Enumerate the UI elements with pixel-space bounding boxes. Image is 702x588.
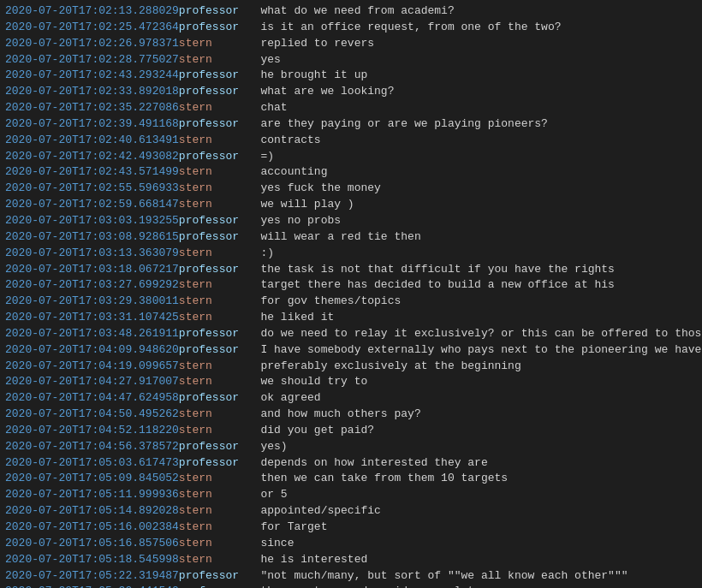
timestamp: 2020-07-20T17:03:18.067217 [5,262,179,278]
table-row: 2020-07-20T17:05:18.545998stern he is in… [5,552,697,568]
message-text: :) [247,246,697,262]
message-text: yes) [247,439,697,455]
message-text: they want around covid now a lot [247,584,697,588]
table-row: 2020-07-20T17:05:30.441540professor they… [5,584,697,588]
timestamp: 2020-07-20T17:03:27.699292 [5,277,179,294]
table-row: 2020-07-20T17:02:13.288029professor what… [5,3,697,20]
timestamp: 2020-07-20T17:05:03.617473 [5,455,179,472]
message-text: since [247,536,697,552]
message-text: then we can take from them 10 targets [247,471,697,487]
sender: professor [179,568,247,585]
sender: stern [179,407,247,423]
message-text: yes fuck the money [247,181,697,197]
timestamp: 2020-07-20T17:04:19.099657 [5,359,179,375]
message-text: contracts [247,133,697,149]
table-row: 2020-07-20T17:05:14.892028stern appointe… [5,503,697,520]
sender: professor [179,20,247,36]
sender: professor [179,584,247,588]
sender: professor [179,229,247,246]
message-text: will wear a red tie then [247,229,697,246]
timestamp: 2020-07-20T17:02:26.978371 [5,36,179,52]
table-row: 2020-07-20T17:05:22.319487professor "not… [5,568,697,585]
table-row: 2020-07-20T17:04:52.118220stern did you … [5,423,697,439]
message-text: the task is not that difficult if you ha… [247,262,697,278]
sender: stern [179,197,247,213]
sender: stern [179,246,247,262]
sender: stern [179,52,247,68]
sender: professor [179,116,247,133]
sender: professor [179,68,247,84]
table-row: 2020-07-20T17:02:35.227086stern chat [5,100,697,116]
timestamp: 2020-07-20T17:03:29.380011 [5,294,179,310]
sender: stern [179,503,247,520]
message-text: he brought it up [247,68,697,84]
message-text: target there has decided to build a new … [247,277,697,294]
timestamp: 2020-07-20T17:05:30.441540 [5,584,179,588]
sender: stern [179,536,247,552]
sender: professor [179,84,247,100]
sender: stern [179,181,247,197]
table-row: 2020-07-20T17:05:09.845052stern then we … [5,471,697,487]
message-text: we should try to [247,374,697,390]
timestamp: 2020-07-20T17:03:13.363079 [5,246,179,262]
sender: professor [179,213,247,229]
timestamp: 2020-07-20T17:02:33.892018 [5,84,179,100]
timestamp: 2020-07-20T17:02:43.293244 [5,68,179,84]
table-row: 2020-07-20T17:02:43.293244professor he b… [5,68,697,84]
sender: stern [179,133,247,149]
table-row: 2020-07-20T17:02:39.491168professor are … [5,116,697,133]
sender: stern [179,520,247,536]
sender: stern [179,100,247,116]
sender: professor [179,326,247,342]
message-text: for gov themes/topics [247,294,697,310]
timestamp: 2020-07-20T17:05:22.319487 [5,568,179,585]
table-row: 2020-07-20T17:05:03.617473professor depe… [5,455,697,472]
timestamp: 2020-07-20T17:02:35.227086 [5,100,179,116]
message-text: depends on how interested they are [247,455,697,472]
message-text: replied to revers [247,36,697,52]
timestamp: 2020-07-20T17:03:31.107425 [5,310,179,326]
timestamp: 2020-07-20T17:02:39.491168 [5,116,179,133]
message-text: what are we looking? [247,84,697,100]
table-row: 2020-07-20T17:02:33.892018professor what… [5,84,697,100]
sender: stern [179,487,247,503]
table-row: 2020-07-20T17:02:55.596933stern yes fuck… [5,181,697,197]
timestamp: 2020-07-20T17:04:52.118220 [5,423,179,439]
message-text: did you get paid? [247,423,697,439]
message-text: do we need to relay it exclusively? or t… [247,326,702,342]
table-row: 2020-07-20T17:03:18.067217professor the … [5,262,697,278]
table-row: 2020-07-20T17:02:42.493082professor =) [5,149,697,165]
timestamp: 2020-07-20T17:02:28.775027 [5,52,179,68]
message-text: chat [247,100,697,116]
table-row: 2020-07-20T17:04:09.948620professor I ha… [5,342,697,359]
sender: stern [179,359,247,375]
message-text: what do we need from academi? [247,3,697,20]
sender: professor [179,262,247,278]
log-container: 2020-07-20T17:02:13.288029professor what… [5,3,697,588]
table-row: 2020-07-20T17:02:40.613491stern contract… [5,133,697,149]
timestamp: 2020-07-20T17:04:50.495262 [5,407,179,423]
table-row: 2020-07-20T17:03:13.363079stern :) [5,246,697,262]
table-row: 2020-07-20T17:02:25.472364professor is i… [5,20,697,36]
timestamp: 2020-07-20T17:02:59.668147 [5,197,179,213]
message-text: are they paying or are we playing pionee… [247,116,697,133]
table-row: 2020-07-20T17:05:16.002384stern for Targ… [5,520,697,536]
sender: stern [179,36,247,52]
sender: stern [179,423,247,439]
timestamp: 2020-07-20T17:05:11.999936 [5,487,179,503]
timestamp: 2020-07-20T17:03:03.193255 [5,213,179,229]
sender: professor [179,3,247,20]
table-row: 2020-07-20T17:04:19.099657stern preferab… [5,359,697,375]
table-row: 2020-07-20T17:02:26.978371stern replied … [5,36,697,52]
message-text: he liked it [247,310,697,326]
table-row: 2020-07-20T17:04:56.378572professor yes) [5,439,697,455]
table-row: 2020-07-20T17:03:29.380011stern for gov … [5,294,697,310]
message-text: is it an office request, from one of the… [247,20,697,36]
sender: professor [179,390,247,407]
sender: professor [179,342,247,359]
message-text: yes [247,52,697,68]
table-row: 2020-07-20T17:04:47.624958professor ok a… [5,390,697,407]
message-text: ok agreed [247,390,697,407]
timestamp: 2020-07-20T17:05:18.545998 [5,552,179,568]
timestamp: 2020-07-20T17:04:09.948620 [5,342,179,359]
